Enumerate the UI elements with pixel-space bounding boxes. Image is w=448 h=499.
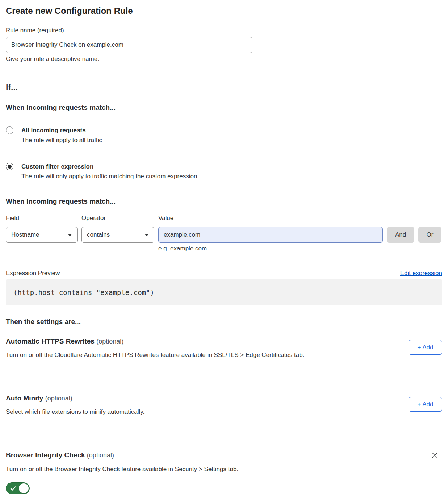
add-automatic-https-rewrites-button[interactable]: + Add (409, 340, 442, 355)
value-input[interactable] (158, 227, 383, 243)
radio-option-label: Custom filter expression (21, 163, 197, 170)
setting-description: Turn on or off the Cloudflare Automatic … (6, 352, 304, 359)
setting-title: Automatic HTTPS Rewrites (6, 337, 95, 345)
radio-unselected-icon[interactable] (6, 126, 13, 134)
expression-preview-label: Expression Preview (6, 269, 60, 277)
field-label: Field (6, 215, 78, 222)
field-select[interactable]: Hostname (6, 227, 78, 243)
radio-option-description: The rule will only apply to traffic matc… (21, 173, 197, 180)
rule-name-input[interactable] (6, 37, 252, 53)
radio-option-custom-filter-expression[interactable]: Custom filter expression The rule will o… (6, 163, 442, 180)
radio-option-all-incoming-requests[interactable]: All incoming requests The rule will appl… (6, 126, 442, 144)
check-icon (10, 486, 16, 491)
expression-preview-code-block: (http.host contains "example.com") (6, 279, 442, 305)
create-configuration-rule-form: Create new Configuration Rule Rule name … (0, 6, 448, 494)
setting-description: Select which file extensions to minify a… (6, 408, 145, 416)
field-select-value: Hostname (11, 231, 39, 238)
or-button[interactable]: Or (418, 227, 441, 243)
edit-expression-link[interactable]: Edit expression (400, 270, 442, 277)
setting-automatic-https-rewrites: Automatic HTTPS Rewrites (optional) Turn… (6, 337, 442, 359)
browser-integrity-check-toggle[interactable] (6, 482, 30, 494)
operator-select[interactable]: contains (81, 227, 154, 243)
add-auto-minify-button[interactable]: + Add (409, 397, 442, 412)
section-divider (6, 73, 442, 73)
chevron-down-icon (145, 234, 149, 236)
rule-name-helper: Give your rule a descriptive name. (6, 55, 442, 63)
value-helper: e.g. example.com (158, 245, 383, 252)
page-title: Create new Configuration Rule (6, 6, 442, 16)
radio-selected-icon[interactable] (6, 163, 13, 170)
operator-select-value: contains (87, 231, 110, 238)
toggle-knob[interactable] (19, 483, 29, 493)
remove-setting-button[interactable] (430, 451, 439, 460)
section-divider (6, 375, 442, 375)
setting-auto-minify: Auto Minify (optional) Select which file… (6, 394, 442, 416)
value-label: Value (158, 215, 383, 222)
radio-option-label: All incoming requests (21, 126, 102, 134)
if-heading: If... (6, 82, 442, 92)
expression-preview-header: Expression Preview Edit expression (6, 269, 442, 277)
setting-browser-integrity-check: Browser Integrity Check (optional) Turn … (6, 451, 442, 494)
expression-builder-row: Field Operator Value Hostname contains A… (6, 215, 442, 252)
match-heading: When incoming requests match... (6, 104, 442, 112)
setting-optional-tag: (optional) (45, 395, 72, 402)
setting-description: Turn on or off the Browser Integrity Che… (6, 466, 368, 473)
setting-title: Auto Minify (6, 394, 43, 402)
chevron-down-icon (68, 234, 72, 236)
setting-title: Browser Integrity Check (6, 451, 85, 459)
operator-label: Operator (81, 215, 154, 222)
section-divider (6, 432, 442, 432)
radio-option-description: The rule will apply to all traffic (21, 137, 102, 144)
and-button[interactable]: And (387, 227, 414, 243)
rule-name-label: Rule name (required) (6, 27, 442, 34)
setting-optional-tag: (optional) (87, 452, 114, 459)
expression-code: (http.host contains "example.com") (13, 288, 154, 296)
close-icon (431, 452, 439, 459)
then-settings-heading: Then the settings are... (6, 318, 442, 326)
setting-optional-tag: (optional) (96, 338, 123, 345)
expression-builder-heading: When incoming requests match... (6, 197, 442, 205)
